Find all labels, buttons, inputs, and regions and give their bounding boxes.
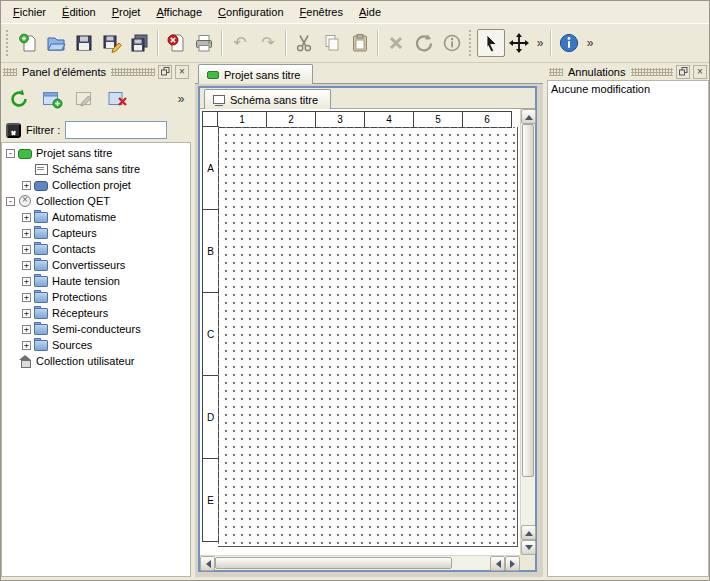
float-undo-panel-button[interactable] <box>676 65 690 79</box>
redo-button[interactable]: ↷ <box>254 29 282 57</box>
toolbar-separator <box>285 30 287 56</box>
float-icon <box>161 67 170 76</box>
menu-edition[interactable]: Édition <box>54 3 104 21</box>
tree-item-schema[interactable]: Schéma sans titre <box>2 161 190 177</box>
elements-panel-header[interactable]: Panel d'éléments × <box>1 63 191 80</box>
rotate-button[interactable] <box>410 29 438 57</box>
save-all-icon <box>129 32 151 54</box>
schema-tab[interactable]: Schéma sans titre <box>204 89 331 109</box>
expander-icon[interactable]: + <box>22 261 31 270</box>
expander-icon[interactable]: + <box>22 309 31 318</box>
select-tool-button[interactable] <box>477 29 505 57</box>
panel-toolbar-overflow-button[interactable]: » <box>174 85 188 113</box>
save-button[interactable] <box>70 29 98 57</box>
tree-item-haute-tension[interactable]: + Haute tension <box>2 273 190 289</box>
paste-icon <box>349 32 371 54</box>
close-undo-panel-button[interactable]: × <box>693 65 707 79</box>
expander-icon[interactable]: + <box>22 293 31 302</box>
project-icon <box>18 147 32 159</box>
expander-icon[interactable]: - <box>6 197 15 206</box>
expander-icon[interactable]: + <box>22 325 31 334</box>
column-header: 2 <box>266 111 316 128</box>
toolbar-overflow-button[interactable]: » <box>533 29 547 57</box>
reload-collections-button[interactable] <box>4 84 34 114</box>
column-header: 4 <box>364 111 414 128</box>
menu-fichier[interactable]: Fichier <box>5 3 54 21</box>
expander-icon[interactable]: - <box>6 149 15 158</box>
new-element-button[interactable] <box>37 84 67 114</box>
tree-item-sources[interactable]: + Sources <box>2 337 190 353</box>
tree-item-collection-utilisateur[interactable]: Collection utilisateur <box>2 353 190 369</box>
tree-item-collection-projet[interactable]: + Collection projet <box>2 177 190 193</box>
elements-panel-toolbar: » <box>1 80 191 118</box>
horizontal-scroll-thumb[interactable] <box>215 557 452 569</box>
expander-icon[interactable]: + <box>22 341 31 350</box>
delete-button[interactable] <box>382 29 410 57</box>
copy-button[interactable] <box>318 29 346 57</box>
menu-affichage[interactable]: Affichage <box>148 3 210 21</box>
vertical-scroll-track[interactable] <box>521 124 535 525</box>
project-tab[interactable]: Projet sans titre <box>198 64 313 84</box>
expander-icon[interactable]: + <box>22 229 31 238</box>
expander-icon[interactable]: + <box>22 245 31 254</box>
toolbar-overflow-button-2[interactable]: » <box>583 29 597 57</box>
menu-configuration[interactable]: Configuration <box>210 3 291 21</box>
tree-item-automatisme[interactable]: + Automatisme <box>2 209 190 225</box>
scroll-up-button-2[interactable] <box>521 525 536 540</box>
undo-empty-item[interactable]: Aucune modification <box>548 81 708 97</box>
clear-filter-icon[interactable] <box>6 123 21 138</box>
edit-element-button[interactable] <box>70 84 100 114</box>
undo-history-list[interactable]: Aucune modification <box>547 80 709 577</box>
tree-item-recepteurs[interactable]: + Récepteurs <box>2 305 190 321</box>
toolbar-grip[interactable] <box>469 30 474 56</box>
move-tool-button[interactable] <box>505 29 533 57</box>
vertical-scroll-thumb[interactable] <box>522 124 534 477</box>
diagram-info-button[interactable] <box>438 29 466 57</box>
toolbar-grip[interactable] <box>6 30 11 56</box>
tree-item-convertisseurs[interactable]: + Convertisseurs <box>2 257 190 273</box>
menu-fenetres[interactable]: Fenêtres <box>292 3 351 21</box>
tree-item-projet[interactable]: - Projet sans titre <box>2 145 190 161</box>
close-panel-button[interactable]: × <box>175 65 189 79</box>
filter-input[interactable] <box>65 121 167 139</box>
scroll-down-button[interactable] <box>521 540 536 555</box>
tree-item-collection-qet[interactable]: - Collection QET <box>2 193 190 209</box>
cut-button[interactable] <box>290 29 318 57</box>
dock-handle <box>3 68 17 76</box>
new-document-button[interactable] <box>14 29 42 57</box>
undo-button[interactable]: ↶ <box>226 29 254 57</box>
folder-icon <box>34 323 48 335</box>
scroll-up-button[interactable] <box>521 109 536 124</box>
expander-icon[interactable]: + <box>22 277 31 286</box>
undo-panel-header[interactable]: Annulations × <box>547 63 709 80</box>
expander-icon[interactable]: + <box>22 181 31 190</box>
expander-icon[interactable]: + <box>22 213 31 222</box>
paste-button[interactable] <box>346 29 374 57</box>
toolbar-separator <box>550 30 552 56</box>
about-qet-button[interactable] <box>555 29 583 57</box>
print-button[interactable] <box>190 29 218 57</box>
down-arrow-icon <box>525 545 533 554</box>
float-panel-button[interactable] <box>158 65 172 79</box>
home-icon <box>18 355 32 367</box>
tree-item-semi-conducteurs[interactable]: + Semi-conducteurs <box>2 321 190 337</box>
scroll-left-button-2[interactable] <box>490 556 505 571</box>
vertical-scrollbar[interactable] <box>520 109 535 555</box>
tree-item-contacts[interactable]: + Contacts <box>2 241 190 257</box>
menu-aide[interactable]: Aide <box>351 3 389 21</box>
horizontal-scroll-track[interactable] <box>215 556 490 570</box>
cut-icon <box>293 32 315 54</box>
scroll-right-button[interactable] <box>505 556 520 571</box>
delete-element-button[interactable] <box>103 84 133 114</box>
close-file-button[interactable] <box>162 29 190 57</box>
tree-item-capteurs[interactable]: + Capteurs <box>2 225 190 241</box>
schema-canvas[interactable]: 1 2 3 4 5 6 A B C D <box>200 109 520 555</box>
scroll-left-button[interactable] <box>200 556 215 571</box>
save-as-button[interactable] <box>98 29 126 57</box>
menu-projet[interactable]: Projet <box>104 3 149 21</box>
horizontal-scrollbar[interactable] <box>200 555 520 570</box>
column-ruler: 1 2 3 4 5 6 <box>218 111 512 128</box>
save-all-button[interactable] <box>126 29 154 57</box>
tree-item-protections[interactable]: + Protections <box>2 289 190 305</box>
open-project-button[interactable] <box>42 29 70 57</box>
